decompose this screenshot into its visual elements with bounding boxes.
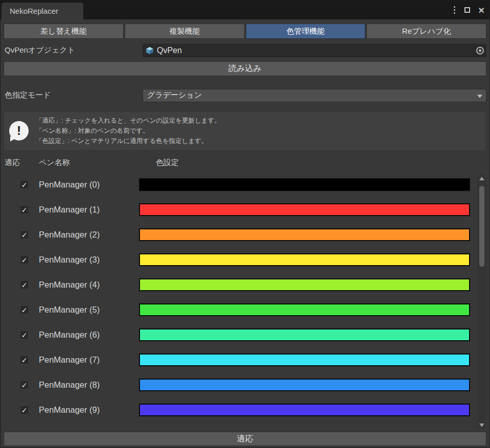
color-mode-value: グラデーション <box>147 90 202 100</box>
pen-name: PenManager (5) <box>39 305 139 315</box>
info-icon: ! <box>9 121 29 140</box>
color-mode-row: 色指定モード グラデーション <box>4 88 486 102</box>
apply-checkbox[interactable]: ✓ <box>20 305 29 314</box>
tab-duplicate[interactable]: 複製機能 <box>125 23 245 39</box>
maximize-icon[interactable] <box>464 7 470 13</box>
check-icon: ✓ <box>21 281 28 289</box>
neko-replacer-window: NekoReplacer × 差し替え機能 複製機能 色管理機能 Reプレハブ化… <box>0 0 490 448</box>
pen-list: ✓ PenManager (0) ✓ PenManager (1) ✓ PenM… <box>4 172 486 429</box>
apply-checkbox[interactable]: ✓ <box>20 205 29 214</box>
qvpen-object-label: QvPenオブジェクト <box>4 45 143 55</box>
check-icon: ✓ <box>21 206 28 214</box>
tab-replace[interactable]: 差し替え機能 <box>4 23 124 39</box>
pen-row: ✓ PenManager (5) <box>4 297 470 322</box>
check-icon: ✓ <box>21 306 28 314</box>
apply-checkbox[interactable]: ✓ <box>20 280 29 289</box>
apply-button[interactable]: 適応 <box>4 432 486 446</box>
window-content: 差し替え機能 複製機能 色管理機能 Reプレハブ化 QvPenオブジェクト Qv… <box>1 23 489 446</box>
load-button[interactable]: 読み込み <box>4 61 486 76</box>
help-line-3: 「色設定」: ペンとマテリアルに適用する色を指定します。 <box>36 136 221 146</box>
pen-name: PenManager (1) <box>39 205 139 215</box>
qvpen-object-value: QvPen <box>157 46 182 55</box>
pen-row: ✓ PenManager (7) <box>4 347 470 372</box>
window-tab[interactable]: NekoReplacer <box>2 3 83 19</box>
color-mode-label: 色指定モード <box>4 90 143 100</box>
pen-row: ✓ PenManager (1) <box>4 197 470 222</box>
pen-name: PenManager (6) <box>39 330 139 340</box>
scroll-up-icon[interactable] <box>477 174 486 182</box>
pen-row: ✓ PenManager (0) <box>4 172 470 197</box>
header-pen-name: ペン名称 <box>39 158 156 168</box>
apply-checkbox[interactable]: ✓ <box>20 381 29 389</box>
color-swatch[interactable] <box>139 379 470 391</box>
vertical-scrollbar <box>477 174 486 429</box>
qvpen-object-field[interactable]: QvPen <box>143 44 486 57</box>
pen-row: ✓ PenManager (6) <box>4 322 470 347</box>
check-icon: ✓ <box>21 381 28 389</box>
color-swatch[interactable] <box>139 328 470 341</box>
color-swatch[interactable] <box>139 404 470 416</box>
apply-checkbox[interactable]: ✓ <box>20 180 29 189</box>
pen-name: PenManager (9) <box>39 405 139 415</box>
help-line-1: 「適応」: チェックを入れると、そのペンの設定を更新します。 <box>36 115 221 126</box>
help-box: ! 「適応」: チェックを入れると、そのペンの設定を更新します。 「ペン名称」:… <box>4 111 486 151</box>
object-picker-icon[interactable] <box>476 46 484 54</box>
scroll-down-icon[interactable] <box>477 421 486 429</box>
pen-name: PenManager (0) <box>39 180 139 190</box>
window-title: NekoReplacer <box>10 7 58 15</box>
apply-checkbox[interactable]: ✓ <box>20 230 29 239</box>
check-icon: ✓ <box>21 181 28 189</box>
column-headers: 適応 ペン名称 色設定 <box>4 157 486 168</box>
tab-reprefab[interactable]: Reプレハブ化 <box>366 23 486 39</box>
color-swatch[interactable] <box>139 178 470 191</box>
chevron-down-icon <box>477 95 482 98</box>
pen-row: ✓ PenManager (3) <box>4 247 470 272</box>
titlebar: NekoReplacer × <box>1 1 489 19</box>
pen-row: ✓ PenManager (2) <box>4 222 470 247</box>
check-icon: ✓ <box>21 356 28 364</box>
qvpen-object-row: QvPenオブジェクト QvPen <box>4 43 486 57</box>
titlebar-controls: × <box>453 1 484 19</box>
scrollbar-thumb[interactable] <box>479 185 485 267</box>
help-line-2: 「ペン名称」: 対象のペンの名前です。 <box>36 126 221 136</box>
check-icon: ✓ <box>21 256 28 264</box>
feature-tabs: 差し替え機能 複製機能 色管理機能 Reプレハブ化 <box>4 23 486 39</box>
pen-row: ✓ PenManager (4) <box>4 272 470 297</box>
close-icon[interactable]: × <box>478 5 484 15</box>
color-mode-dropdown[interactable]: グラデーション <box>143 89 486 102</box>
prefab-icon <box>146 46 154 55</box>
color-swatch[interactable] <box>139 203 470 216</box>
pen-name: PenManager (3) <box>39 255 139 265</box>
color-swatch[interactable] <box>139 303 470 316</box>
pen-name: PenManager (4) <box>39 280 139 290</box>
color-swatch[interactable] <box>139 353 470 366</box>
apply-checkbox[interactable]: ✓ <box>20 331 29 339</box>
color-swatch[interactable] <box>139 253 470 266</box>
color-swatch[interactable] <box>139 278 470 291</box>
window-menu-icon[interactable] <box>453 5 456 15</box>
pen-row: ✓ PenManager (9) <box>4 397 470 422</box>
header-apply: 適応 <box>4 158 39 168</box>
pen-name: PenManager (8) <box>39 380 139 390</box>
pen-row: ✓ PenManager (8) <box>4 372 470 397</box>
apply-checkbox[interactable]: ✓ <box>20 255 29 264</box>
header-color-setting: 色設定 <box>156 158 486 168</box>
apply-checkbox[interactable]: ✓ <box>20 406 29 414</box>
help-text: 「適応」: チェックを入れると、そのペンの設定を更新します。 「ペン名称」: 対… <box>36 115 221 146</box>
check-icon: ✓ <box>21 406 28 414</box>
tab-color-management[interactable]: 色管理機能 <box>246 23 366 39</box>
pen-name: PenManager (2) <box>39 230 139 240</box>
pen-name: PenManager (7) <box>39 355 139 365</box>
scrollbar-track[interactable] <box>477 182 486 421</box>
color-swatch[interactable] <box>139 228 470 241</box>
check-icon: ✓ <box>21 331 28 339</box>
apply-checkbox[interactable]: ✓ <box>20 356 29 364</box>
check-icon: ✓ <box>21 231 28 239</box>
